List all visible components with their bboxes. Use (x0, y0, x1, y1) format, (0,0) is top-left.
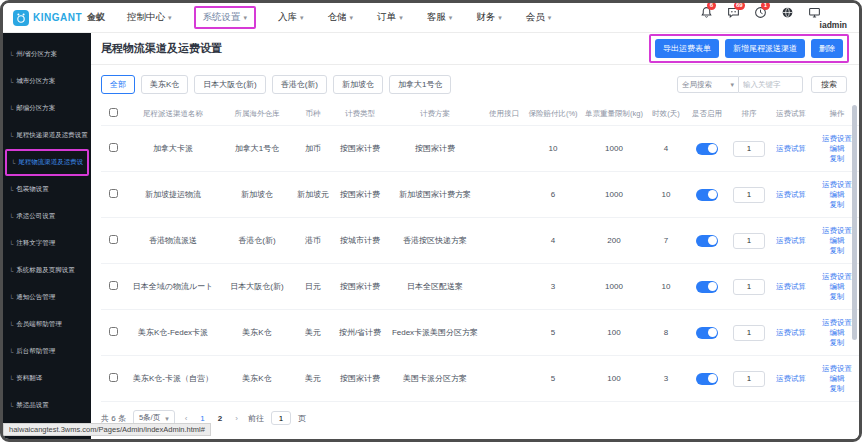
export-freight-button[interactable]: 导出运费表单 (655, 39, 719, 58)
page-1[interactable]: 1 (197, 414, 207, 423)
sidebar-item-admin-help[interactable]: └后台帮助管理 (3, 338, 91, 365)
bell-badge: 6 (707, 1, 716, 10)
channel-name: 加拿大卡派 (125, 126, 221, 172)
next-page-icon[interactable]: › (232, 414, 241, 423)
annotation-box-nav: 系统设置▾ (194, 6, 257, 29)
branch-icon: └ (9, 52, 13, 58)
sort-input[interactable] (733, 279, 765, 295)
sort-input[interactable] (733, 233, 765, 249)
nav-item-warehouse[interactable]: 仓储▾ (328, 11, 354, 24)
filter-all[interactable]: 全部 (101, 75, 135, 94)
chevron-down-icon: ▾ (244, 14, 248, 21)
edit-link[interactable]: 编辑 (815, 374, 859, 384)
branch-icon: └ (9, 403, 13, 409)
table-row: 美东K仓-卡派（自营） 美东K仓 美元 按国家计费 美国卡派分区方案 5 100… (101, 356, 859, 402)
nav-item-control-center[interactable]: 控制中心▾ (127, 11, 172, 24)
freight-trial-link[interactable]: 运费试算 (776, 374, 806, 383)
row-checkbox[interactable] (109, 143, 118, 152)
sidebar-item-postcode-zone[interactable]: └邮编分区方案 (3, 95, 91, 122)
page-2[interactable]: 2 (215, 414, 225, 423)
select-all-checkbox[interactable] (109, 108, 118, 117)
sidebar-item-title-footer[interactable]: └系统标题及页脚设置 (3, 257, 91, 284)
row-checkbox[interactable] (109, 189, 118, 198)
filter-hongkong[interactable]: 香港仓(新) (272, 75, 327, 94)
brand-logo[interactable]: KINGANT 金蚁 (13, 10, 105, 26)
sidebar-item-member-help[interactable]: └会员端帮助管理 (3, 311, 91, 338)
sidebar-item-note-text[interactable]: └注释文字管理 (3, 230, 91, 257)
nav-item-customer-service[interactable]: 客服▾ (427, 11, 453, 24)
row-checkbox[interactable] (109, 373, 118, 382)
nav-item-system-settings[interactable]: 系统设置▾ (203, 11, 248, 24)
warehouse-filters: 全部 美东K仓 日本大阪仓(新) 香港仓(新) 新加坡仓 加拿大1号仓 (101, 75, 451, 94)
table-row: 加拿大卡派 加拿大1号仓 加币 按国家计费 按国家计费 10 1000 4 运费… (101, 126, 859, 172)
table-row: 美东K仓-Fedex卡派 美东K仓 美元 按州/省计费 Fedex卡派美国分区方… (101, 310, 859, 356)
nav-item-members[interactable]: 会员▾ (526, 11, 552, 24)
scrollbar-thumb[interactable] (852, 105, 857, 340)
enable-toggle[interactable] (696, 189, 718, 201)
clock-badge: 1 (761, 1, 770, 10)
filter-us-east-k[interactable]: 美东K仓 (141, 75, 188, 94)
sidebar-item-city-zone[interactable]: └城市分区方案 (3, 68, 91, 95)
delete-button[interactable]: 删除 (811, 39, 843, 58)
sidebar-item-prohibited-goods[interactable]: └禁运品设置 (3, 392, 91, 419)
freight-trial-link[interactable]: 运费试算 (776, 144, 806, 153)
enable-toggle[interactable] (696, 143, 718, 155)
sidebar-item-state-zone[interactable]: └州/省分区方案 (3, 41, 91, 68)
goto-label: 前往 (248, 413, 264, 424)
topbar: KINGANT 金蚁 控制中心▾ 系统设置▾ 入库▾ 仓储▾ 订单▾ 客服▾ 财… (3, 3, 859, 33)
sort-input[interactable] (733, 371, 765, 387)
filter-japan-osaka[interactable]: 日本大阪仓(新) (194, 75, 265, 94)
sidebar-item-translation[interactable]: └资料翻译 (3, 365, 91, 392)
sidebar-item-carrier-company[interactable]: └承运公司设置 (3, 203, 91, 230)
table-row: 新加坡捷运物流 新加坡仓 新加坡元 按国家计费 新加坡国家计费方案 6 1000… (101, 172, 859, 218)
chevron-down-icon: ▾ (300, 14, 304, 21)
channel-name: 美东K仓-Fedex卡派 (125, 310, 221, 356)
sidebar-item-packaging[interactable]: └包装物设置 (3, 176, 91, 203)
search-button[interactable]: 搜索 (811, 76, 847, 93)
chevron-down-icon: ▾ (350, 14, 354, 21)
freight-trial-link[interactable]: 运费试算 (776, 190, 806, 199)
nav-item-orders[interactable]: 订单▾ (377, 11, 403, 24)
sidebar-item-lastmile-logistics[interactable]: └尾程物流渠道及运费设置 (11, 158, 83, 167)
sort-input[interactable] (733, 325, 765, 341)
search-scope-select[interactable]: 全局搜索▾ (677, 76, 739, 93)
branch-icon: └ (9, 133, 13, 139)
freight-settings-link[interactable]: 运费设置 (815, 364, 859, 374)
page-title: 尾程物流渠道及运费设置 (101, 41, 222, 56)
add-channel-button[interactable]: 新增尾程派送渠道 (725, 39, 805, 58)
goto-page-input[interactable] (271, 411, 291, 425)
nav-item-finance[interactable]: 财务▾ (476, 11, 502, 24)
bell-icon[interactable]: 6 (700, 6, 713, 19)
prev-page-icon[interactable]: ‹ (182, 414, 191, 423)
sidebar-item-notice[interactable]: └通知公告管理 (3, 284, 91, 311)
enable-toggle[interactable] (696, 327, 718, 339)
enable-toggle[interactable] (696, 373, 718, 385)
row-checkbox[interactable] (109, 235, 118, 244)
sort-input[interactable] (733, 187, 765, 203)
sidebar: └州/省分区方案 └城市分区方案 └邮编分区方案 └尾程快递渠道及运费设置 └尾… (3, 33, 91, 439)
enable-toggle[interactable] (696, 281, 718, 293)
username[interactable]: iadmin (820, 20, 847, 30)
freight-trial-link[interactable]: 运费试算 (776, 282, 806, 291)
branch-icon: └ (9, 268, 13, 274)
search-input[interactable] (739, 76, 803, 93)
clock-icon[interactable]: 1 (754, 6, 767, 19)
annotation-box-sidebar: └尾程物流渠道及运费设置 (5, 149, 89, 176)
channel-name: 美东K仓-卡派（自营） (125, 356, 221, 402)
row-checkbox[interactable] (109, 281, 118, 290)
monitor-icon[interactable] (808, 6, 821, 19)
freight-trial-link[interactable]: 运费试算 (776, 236, 806, 245)
sidebar-item-lastmile-express[interactable]: └尾程快递渠道及运费设置 (3, 122, 91, 149)
freight-trial-link[interactable]: 运费试算 (776, 328, 806, 337)
row-checkbox[interactable] (109, 327, 118, 336)
filter-singapore[interactable]: 新加坡仓 (333, 75, 383, 94)
nav-item-inbound[interactable]: 入库▾ (278, 11, 304, 24)
chat-icon[interactable]: 69 (727, 6, 740, 19)
sort-input[interactable] (733, 141, 765, 157)
copy-link[interactable]: 复制 (815, 384, 859, 394)
brand-suffix: 金蚁 (87, 11, 105, 24)
filter-canada-1[interactable]: 加拿大1号仓 (389, 75, 451, 94)
globe-icon[interactable] (781, 6, 794, 19)
enable-toggle[interactable] (696, 235, 718, 247)
chevron-down-icon: ▾ (548, 14, 552, 21)
